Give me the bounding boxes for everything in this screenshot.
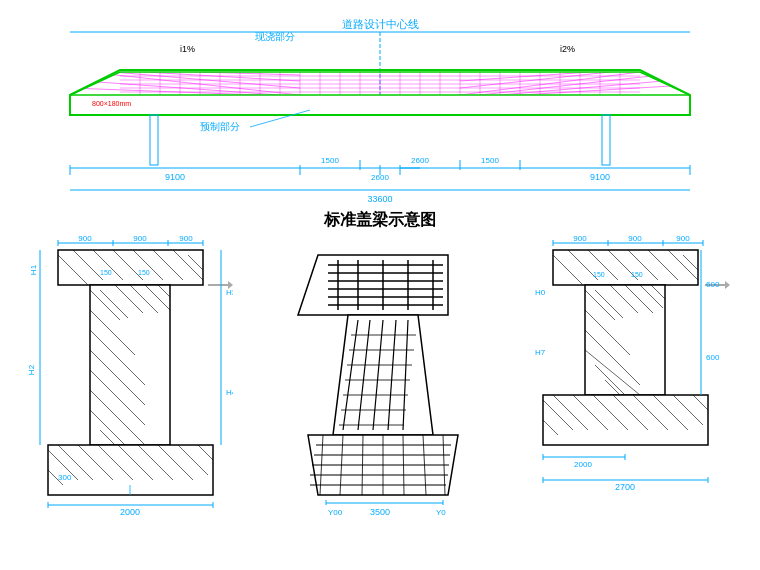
svg-text:H7: H7 (535, 348, 546, 357)
svg-text:H2: H2 (28, 364, 36, 375)
svg-text:800×180mm: 800×180mm (92, 100, 131, 107)
svg-text:H1: H1 (29, 264, 38, 275)
svg-text:33600: 33600 (367, 194, 392, 204)
svg-text:1500: 1500 (481, 156, 499, 165)
svg-text:2000: 2000 (574, 460, 592, 469)
svg-text:Y00: Y00 (328, 508, 343, 517)
svg-text:900: 900 (78, 235, 92, 243)
top-diagram: 道路设计中心线 现浇部分 i1% i2% (20, 10, 740, 210)
svg-text:2700: 2700 (614, 482, 634, 492)
svg-text:H0: H0 (535, 288, 546, 297)
svg-text:1500: 1500 (321, 156, 339, 165)
diagram-left: 900 900 900 (28, 235, 233, 545)
svg-text:i2%: i2% (560, 44, 575, 54)
svg-text:900: 900 (628, 235, 642, 243)
diagram-center: Y00 3500 Y0 (288, 235, 478, 545)
svg-text:预制部分: 预制部分 (200, 121, 240, 132)
svg-text:9100: 9100 (165, 172, 185, 182)
svg-text:3500: 3500 (370, 507, 390, 517)
svg-text:H4: H4 (226, 388, 233, 397)
svg-text:600: 600 (706, 280, 720, 289)
svg-text:2600: 2600 (411, 156, 429, 165)
svg-text:900: 900 (179, 235, 193, 243)
svg-text:600: 600 (706, 353, 720, 362)
svg-text:150: 150 (138, 269, 150, 276)
svg-text:现浇部分: 现浇部分 (255, 31, 295, 42)
svg-text:2000: 2000 (119, 507, 139, 517)
section-title: 标准盖梁示意图 (0, 210, 760, 231)
svg-text:150: 150 (100, 269, 112, 276)
svg-rect-233 (543, 395, 708, 445)
svg-text:150: 150 (593, 271, 605, 278)
svg-marker-166 (333, 315, 433, 435)
svg-text:900: 900 (676, 235, 690, 243)
svg-text:Y0: Y0 (436, 508, 446, 517)
svg-rect-110 (90, 285, 170, 445)
svg-text:150: 150 (631, 271, 643, 278)
svg-marker-154 (298, 255, 448, 315)
svg-text:道路设计中心线: 道路设计中心线 (342, 18, 419, 30)
diagram-right: 900 900 900 (533, 235, 733, 545)
svg-text:900: 900 (133, 235, 147, 243)
svg-marker-209 (725, 281, 730, 289)
bottom-diagrams: 900 900 900 (0, 235, 760, 555)
svg-rect-220 (585, 285, 665, 395)
title-text: 标准盖梁示意图 (324, 211, 436, 228)
svg-text:9100: 9100 (590, 172, 610, 182)
svg-text:300: 300 (58, 473, 72, 482)
svg-text:900: 900 (573, 235, 587, 243)
svg-text:i1%: i1% (180, 44, 195, 54)
main-container: 道路设计中心线 现浇部分 i1% i2% (0, 0, 760, 570)
svg-rect-126 (48, 445, 213, 495)
svg-text:H3: H3 (226, 288, 233, 297)
